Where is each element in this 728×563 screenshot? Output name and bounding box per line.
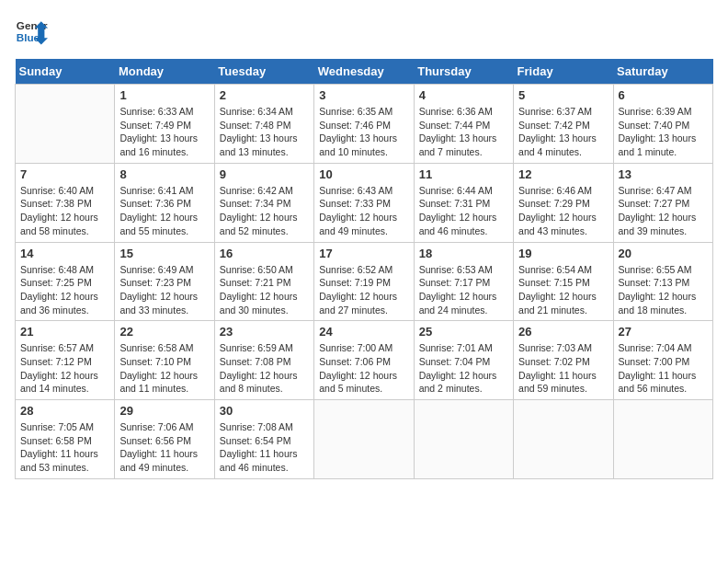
day-info: Sunrise: 6:58 AMSunset: 7:10 PMDaylight:… [119,341,209,396]
logo: General Blue [15,15,48,48]
calendar-cell: 4Sunrise: 6:36 AMSunset: 7:44 PMDaylight… [414,85,513,164]
day-number: 24 [319,325,408,339]
day-info: Sunrise: 7:08 AMSunset: 6:54 PMDaylight:… [220,420,309,475]
day-info: Sunrise: 6:39 AMSunset: 7:40 PMDaylight:… [619,105,708,159]
calendar-table: SundayMondayTuesdayWednesdayThursdayFrid… [15,59,713,479]
calendar-cell: 22Sunrise: 6:58 AMSunset: 7:10 PMDayligh… [115,321,214,400]
weekday-header: Monday [115,59,214,85]
day-number: 26 [518,325,608,339]
calendar-cell: 18Sunrise: 6:53 AMSunset: 7:17 PMDayligh… [414,242,513,321]
day-number: 21 [20,325,109,339]
calendar-cell: 25Sunrise: 7:01 AMSunset: 7:04 PMDayligh… [414,321,513,400]
day-info: Sunrise: 6:50 AMSunset: 7:21 PMDaylight:… [220,263,309,317]
calendar-cell: 19Sunrise: 6:54 AMSunset: 7:15 PMDayligh… [514,242,613,321]
calendar-header-row: SundayMondayTuesdayWednesdayThursdayFrid… [16,59,713,85]
calendar-cell: 20Sunrise: 6:55 AMSunset: 7:13 PMDayligh… [613,242,712,321]
day-info: Sunrise: 6:55 AMSunset: 7:13 PMDaylight:… [619,263,708,317]
day-info: Sunrise: 6:52 AMSunset: 7:19 PMDaylight:… [319,263,408,317]
day-number: 15 [119,247,209,260]
day-info: Sunrise: 6:46 AMSunset: 7:29 PMDaylight:… [518,184,608,238]
day-info: Sunrise: 7:03 AMSunset: 7:02 PMDaylight:… [518,341,608,396]
day-info: Sunrise: 6:40 AMSunset: 7:38 PMDaylight:… [20,184,109,238]
calendar-cell: 26Sunrise: 7:03 AMSunset: 7:02 PMDayligh… [514,321,613,400]
day-number: 5 [518,88,608,102]
calendar-week-row: 1Sunrise: 6:33 AMSunset: 7:49 PMDaylight… [16,85,713,164]
day-info: Sunrise: 6:34 AMSunset: 7:48 PMDaylight:… [220,105,309,159]
day-number: 1 [119,88,209,102]
day-number: 19 [518,247,608,260]
calendar-cell: 29Sunrise: 7:06 AMSunset: 6:56 PMDayligh… [115,400,214,479]
calendar-body: 1Sunrise: 6:33 AMSunset: 7:49 PMDaylight… [16,85,713,479]
day-number: 28 [20,404,109,418]
day-info: Sunrise: 6:35 AMSunset: 7:46 PMDaylight:… [319,105,408,159]
weekday-header: Tuesday [214,59,313,85]
day-number: 30 [220,404,309,418]
calendar-cell: 27Sunrise: 7:04 AMSunset: 7:00 PMDayligh… [613,321,712,400]
calendar-cell: 17Sunrise: 6:52 AMSunset: 7:19 PMDayligh… [314,242,414,321]
day-number: 17 [319,247,408,260]
calendar-cell: 5Sunrise: 6:37 AMSunset: 7:42 PMDaylight… [514,85,613,164]
calendar-cell: 16Sunrise: 6:50 AMSunset: 7:21 PMDayligh… [214,242,313,321]
day-info: Sunrise: 6:41 AMSunset: 7:36 PMDaylight:… [119,184,209,238]
weekday-header: Thursday [414,59,513,85]
calendar-cell: 13Sunrise: 6:47 AMSunset: 7:27 PMDayligh… [613,163,712,242]
day-number: 4 [419,88,508,102]
day-info: Sunrise: 6:59 AMSunset: 7:08 PMDaylight:… [220,341,309,396]
day-info: Sunrise: 6:49 AMSunset: 7:23 PMDaylight:… [119,263,209,317]
day-number: 25 [419,325,508,339]
day-info: Sunrise: 6:36 AMSunset: 7:44 PMDaylight:… [419,105,508,159]
day-number: 12 [518,167,608,181]
day-info: Sunrise: 7:04 AMSunset: 7:00 PMDaylight:… [619,341,708,396]
calendar-cell: 7Sunrise: 6:40 AMSunset: 7:38 PMDaylight… [16,163,115,242]
day-info: Sunrise: 7:05 AMSunset: 6:58 PMDaylight:… [20,420,109,475]
page-header: General Blue [15,15,713,48]
day-info: Sunrise: 7:00 AMSunset: 7:06 PMDaylight:… [319,341,408,396]
calendar-week-row: 28Sunrise: 7:05 AMSunset: 6:58 PMDayligh… [16,400,713,479]
calendar-cell [314,400,414,479]
calendar-cell [16,85,115,164]
calendar-cell: 2Sunrise: 6:34 AMSunset: 7:48 PMDaylight… [214,85,313,164]
calendar-cell [613,400,712,479]
day-number: 9 [220,167,309,181]
day-info: Sunrise: 6:53 AMSunset: 7:17 PMDaylight:… [419,263,508,317]
calendar-cell: 23Sunrise: 6:59 AMSunset: 7:08 PMDayligh… [214,321,313,400]
day-info: Sunrise: 6:57 AMSunset: 7:12 PMDaylight:… [20,341,109,396]
day-info: Sunrise: 6:48 AMSunset: 7:25 PMDaylight:… [20,263,109,317]
day-number: 11 [419,167,508,181]
svg-text:Blue: Blue [17,31,40,43]
calendar-week-row: 7Sunrise: 6:40 AMSunset: 7:38 PMDaylight… [16,163,713,242]
calendar-cell: 15Sunrise: 6:49 AMSunset: 7:23 PMDayligh… [115,242,214,321]
day-info: Sunrise: 6:54 AMSunset: 7:15 PMDaylight:… [518,263,608,317]
calendar-cell [514,400,613,479]
day-info: Sunrise: 6:42 AMSunset: 7:34 PMDaylight:… [220,184,309,238]
day-info: Sunrise: 6:43 AMSunset: 7:33 PMDaylight:… [319,184,408,238]
calendar-cell: 24Sunrise: 7:00 AMSunset: 7:06 PMDayligh… [314,321,414,400]
calendar-cell: 21Sunrise: 6:57 AMSunset: 7:12 PMDayligh… [16,321,115,400]
day-number: 6 [619,88,708,102]
weekday-header: Friday [514,59,613,85]
calendar-cell [414,400,513,479]
calendar-cell: 11Sunrise: 6:44 AMSunset: 7:31 PMDayligh… [414,163,513,242]
calendar-cell: 1Sunrise: 6:33 AMSunset: 7:49 PMDaylight… [115,85,214,164]
calendar-cell: 10Sunrise: 6:43 AMSunset: 7:33 PMDayligh… [314,163,414,242]
day-number: 10 [319,167,408,181]
day-number: 22 [119,325,209,339]
day-number: 8 [119,167,209,181]
weekday-header: Sunday [16,59,115,85]
day-info: Sunrise: 6:33 AMSunset: 7:49 PMDaylight:… [119,105,209,159]
day-info: Sunrise: 6:37 AMSunset: 7:42 PMDaylight:… [518,105,608,159]
calendar-cell: 28Sunrise: 7:05 AMSunset: 6:58 PMDayligh… [16,400,115,479]
day-info: Sunrise: 6:44 AMSunset: 7:31 PMDaylight:… [419,184,508,238]
day-number: 27 [619,325,708,339]
day-info: Sunrise: 6:47 AMSunset: 7:27 PMDaylight:… [619,184,708,238]
calendar-cell: 6Sunrise: 6:39 AMSunset: 7:40 PMDaylight… [613,85,712,164]
calendar-cell: 3Sunrise: 6:35 AMSunset: 7:46 PMDaylight… [314,85,414,164]
calendar-cell: 30Sunrise: 7:08 AMSunset: 6:54 PMDayligh… [214,400,313,479]
day-number: 3 [319,88,408,102]
day-number: 23 [220,325,309,339]
calendar-cell: 8Sunrise: 6:41 AMSunset: 7:36 PMDaylight… [115,163,214,242]
weekday-header: Wednesday [314,59,414,85]
day-number: 2 [220,88,309,102]
day-number: 7 [20,167,109,181]
calendar-cell: 14Sunrise: 6:48 AMSunset: 7:25 PMDayligh… [16,242,115,321]
